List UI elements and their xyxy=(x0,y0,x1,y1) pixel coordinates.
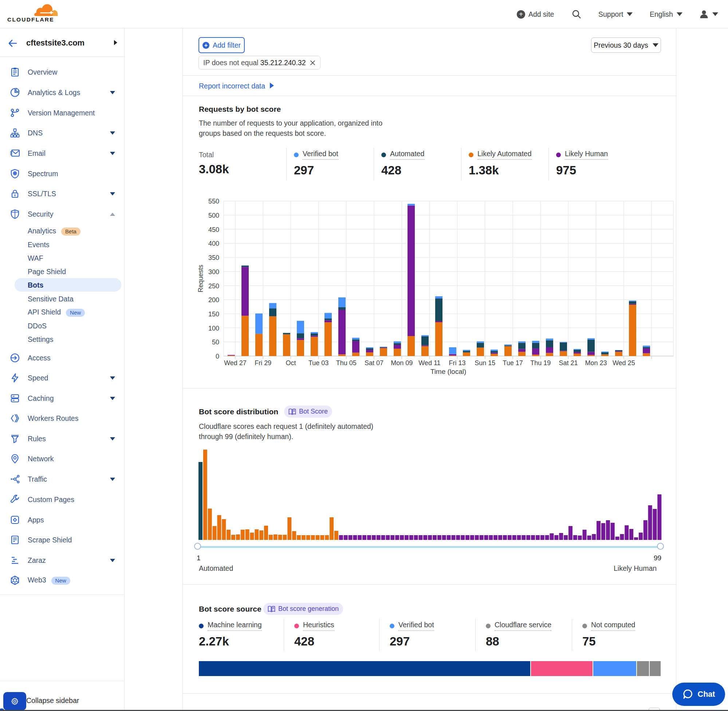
svg-text:Wed 11: Wed 11 xyxy=(418,359,440,367)
svg-text:Thu 19: Thu 19 xyxy=(530,359,551,367)
svg-text:Wed 27: Wed 27 xyxy=(224,359,247,367)
svg-text:350: 350 xyxy=(208,254,219,261)
svg-text:Thu 05: Thu 05 xyxy=(336,359,357,367)
svg-text:Fri 13: Fri 13 xyxy=(449,359,466,367)
svg-text:Fri 29: Fri 29 xyxy=(255,359,271,367)
svg-text:250: 250 xyxy=(208,283,219,290)
svg-text:Mon 09: Mon 09 xyxy=(391,359,413,367)
svg-text:Wed 25: Wed 25 xyxy=(613,359,635,367)
svg-text:100: 100 xyxy=(208,325,219,332)
svg-text:Oct: Oct xyxy=(285,359,296,367)
svg-text:50: 50 xyxy=(212,339,219,346)
svg-text:Tue 03: Tue 03 xyxy=(309,359,328,367)
svg-text:Requests: Requests xyxy=(197,265,204,292)
svg-text:Time (local): Time (local) xyxy=(430,368,467,375)
svg-text:300: 300 xyxy=(208,268,219,276)
svg-text:200: 200 xyxy=(208,296,219,304)
svg-text:Sat 21: Sat 21 xyxy=(559,359,577,367)
svg-text:Mon 23: Mon 23 xyxy=(585,359,607,367)
svg-text:550: 550 xyxy=(208,198,219,205)
svg-text:0: 0 xyxy=(216,353,219,360)
svg-text:150: 150 xyxy=(208,311,219,318)
svg-text:Sat 07: Sat 07 xyxy=(365,359,384,367)
svg-text:Sun 15: Sun 15 xyxy=(474,359,495,367)
svg-text:Tue 17: Tue 17 xyxy=(502,359,523,367)
svg-text:500: 500 xyxy=(208,212,219,219)
svg-text:400: 400 xyxy=(208,240,219,247)
svg-text:450: 450 xyxy=(208,226,219,233)
